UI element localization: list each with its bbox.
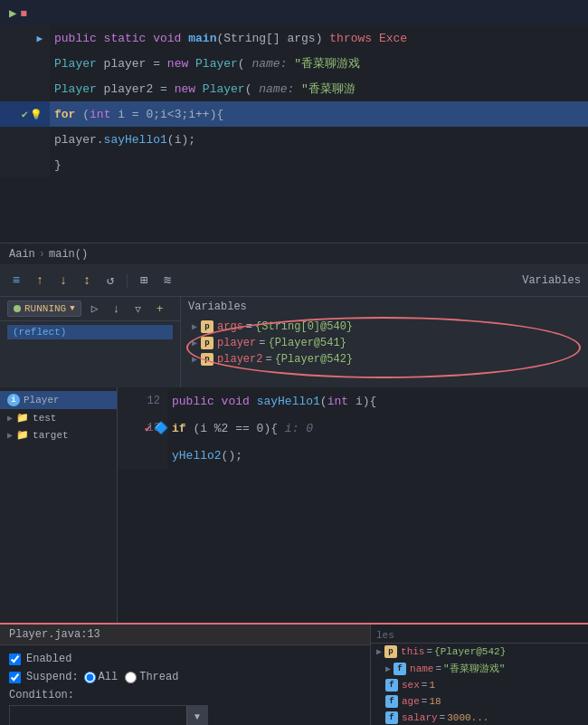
- code-line-4: ✔ 💡 for (int i = 0;i<3;i++){: [0, 101, 588, 127]
- reflect-section: (reflect): [0, 321, 180, 343]
- tree-item-target[interactable]: ▶ 📁 target: [0, 426, 117, 444]
- line-gutter-5: [0, 127, 50, 152]
- radio-group: All Thread: [84, 671, 179, 683]
- radio-all[interactable]: All: [84, 671, 119, 683]
- line-gutter-4: ✔ 💡: [0, 101, 50, 127]
- file-tree: i Player ▶ 📁 test ▶ 📁 target: [0, 387, 118, 623]
- var-equals-player: =: [259, 337, 265, 349]
- bottom-section: Player.java:13 Enabled Suspend: All: [0, 623, 588, 725]
- code-line-5: player.sayHello1(i);: [0, 127, 588, 152]
- code-text-13: if (i %2 == 0){ i: 0: [172, 422, 313, 435]
- var-value-this: {Player@542}: [434, 646, 506, 657]
- suspend-row: Suspend: All Thread: [9, 671, 208, 683]
- variables-list-container: Variables ▶ p args = {String[0]@540} ▶ p…: [181, 297, 588, 387]
- tree-label-player: Player: [24, 395, 60, 405]
- var-item-sex[interactable]: f sex = 1: [371, 677, 588, 693]
- code-text-5: player.sayHello1(i);: [54, 133, 195, 147]
- line-gutter-12: 12: [118, 387, 167, 415]
- code-line-12: 12 public void sayHello1(int i){: [118, 387, 588, 415]
- var-value-player2: {Player@542}: [275, 353, 353, 366]
- condition-input[interactable]: [10, 706, 186, 725]
- radio-thread-input[interactable]: [125, 672, 137, 683]
- step-over-btn[interactable]: ▷: [87, 300, 103, 317]
- var-name-player: player: [217, 337, 256, 349]
- code-line-1: ▶ public static void main(String[] args)…: [0, 25, 588, 51]
- variables-section: RUNNING ▼ ▷ ↓ ▽ + (reflect) Variables ▶ …: [0, 297, 588, 387]
- toolbar-refresh-icon[interactable]: ↺: [101, 272, 119, 290]
- toolbar-lines-icon[interactable]: ≋: [158, 272, 176, 290]
- var-item-name[interactable]: ▶ f name = "香菜聊游戏": [371, 660, 588, 677]
- add-btn[interactable]: +: [152, 300, 168, 317]
- code-line-empty2: [118, 496, 588, 523]
- condition-dropdown-btn[interactable]: ▼: [186, 706, 207, 725]
- expand-icon-player2: ▶: [192, 354, 197, 365]
- var-equals-this: =: [426, 646, 432, 657]
- code-line-3: Player player2 = new Player( name: "香菜聊游: [0, 76, 588, 101]
- enabled-checkbox[interactable]: [9, 653, 21, 665]
- var-equals-args: =: [246, 320, 252, 333]
- var-value-args: {String[0]@540}: [255, 320, 353, 333]
- code-line-14: yHello2();: [118, 442, 588, 469]
- expand-icon-test: ▶: [7, 413, 13, 424]
- var-item-age[interactable]: f age = 18: [371, 693, 588, 710]
- var-type-icon-player2: p: [201, 353, 213, 366]
- tree-item-player[interactable]: i Player: [0, 391, 117, 409]
- top-bar: ▶ ◼: [0, 0, 588, 25]
- stop-button[interactable]: ◼: [20, 6, 26, 20]
- radio-all-input[interactable]: [84, 672, 96, 683]
- bp-title: Player.java:13: [0, 625, 370, 645]
- var-value-age: 18: [429, 696, 441, 707]
- tree-item-test[interactable]: ▶ 📁 test: [0, 409, 117, 426]
- variables-header: Variables: [181, 297, 588, 315]
- bp-body: Enabled Suspend: All Thread: [0, 645, 370, 725]
- toolbar-menu-icon[interactable]: ≡: [7, 272, 25, 290]
- condition-section: Condition: ▼: [9, 689, 208, 725]
- line-gutter-1: ▶: [0, 25, 50, 51]
- breadcrumb-method[interactable]: main(): [49, 248, 88, 261]
- var-item-args[interactable]: ▶ p args = {String[0]@540}: [181, 319, 588, 335]
- reflect-label[interactable]: (reflect): [7, 325, 173, 339]
- breakpoint-dot-13: 🔷: [154, 421, 168, 435]
- filter-btn[interactable]: ▽: [130, 300, 147, 317]
- breakpoint-settings: Player.java:13 Enabled Suspend: All: [0, 625, 371, 725]
- dropdown-chevron: ▼: [70, 304, 74, 313]
- main-layout: i Player ▶ 📁 test ▶ 📁 target 12 public v…: [0, 387, 588, 623]
- radio-thread[interactable]: Thread: [125, 671, 178, 683]
- toolbar-up-icon[interactable]: ↑: [31, 272, 49, 290]
- suspend-label: Suspend:: [26, 671, 79, 683]
- var-item-this[interactable]: ▶ p this = {Player@542}: [371, 644, 588, 660]
- code-text-2: Player player = new Player( name: "香菜聊游戏: [54, 55, 360, 72]
- var-item-player[interactable]: ▶ p player = {Player@541}: [181, 335, 588, 351]
- toolbar-down-icon[interactable]: ↓: [54, 272, 72, 290]
- var-equals-salary: =: [440, 712, 446, 723]
- code-area-2: 12 public void sayHello1(int i){ 13 ✔ 🔷 …: [118, 387, 588, 623]
- line-gutter-2: [0, 51, 50, 76]
- var-item-salary[interactable]: f salary = 3000...: [371, 710, 588, 725]
- breakpoint-indicators: ✔ 🔷: [145, 421, 168, 435]
- var-type-icon-this: p: [384, 645, 397, 658]
- var-equals-age: =: [422, 696, 428, 707]
- condition-input-wrapper: ▼: [9, 705, 208, 725]
- var-value-player: {Player@541}: [268, 337, 346, 349]
- code-text-6: }: [54, 158, 62, 172]
- var-item-player2[interactable]: ▶ p player2 = {Player@542}: [181, 351, 588, 367]
- status-dropdown[interactable]: RUNNING ▼: [7, 300, 81, 317]
- code-text-12: public void sayHello1(int i){: [172, 395, 376, 408]
- var-name-salary: salary: [402, 712, 438, 723]
- toolbar-divider: [127, 273, 128, 288]
- toolbar-grid-icon[interactable]: ⊞: [135, 272, 153, 290]
- line-gutter-14: [118, 442, 167, 469]
- var-value-sex: 1: [429, 680, 435, 691]
- variables-right-panel: les ▶ p this = {Player@542} ▶ f name = "…: [371, 625, 588, 725]
- var-type-icon-player: p: [201, 337, 213, 349]
- line-gutter-3: [0, 76, 50, 101]
- step-into-btn[interactable]: ↓: [109, 300, 125, 317]
- code-line-2: Player player = new Player( name: "香菜聊游戏: [0, 51, 588, 76]
- play-button[interactable]: ▶: [9, 5, 16, 21]
- expand-icon-name: ▶: [385, 663, 391, 674]
- variables-panel-title: Variables: [522, 274, 581, 287]
- status-label: RUNNING: [24, 303, 66, 314]
- breadcrumb-class[interactable]: Aain: [9, 248, 35, 261]
- toolbar-arrows-icon[interactable]: ↕: [78, 272, 96, 290]
- suspend-checkbox[interactable]: [9, 672, 21, 683]
